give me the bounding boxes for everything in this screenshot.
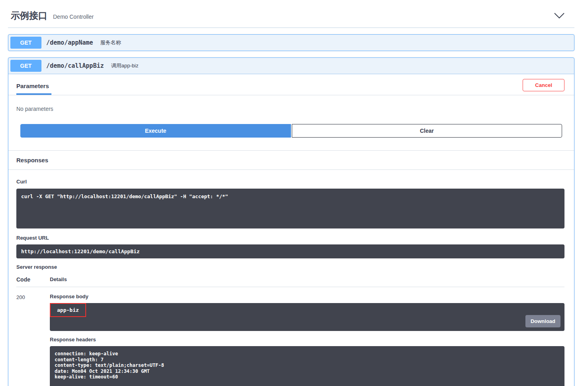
chevron-down-icon[interactable] bbox=[554, 13, 564, 19]
download-button[interactable]: Download bbox=[525, 315, 560, 327]
swagger-ui-page: 示例接口 Demo Controller GET /demo/appName 服… bbox=[0, 0, 588, 386]
tab-parameters[interactable]: Parameters bbox=[16, 83, 51, 95]
response-headers-label: Response headers bbox=[50, 337, 564, 343]
request-url-label: Request URL bbox=[16, 235, 564, 241]
clear-button[interactable]: Clear bbox=[292, 124, 562, 138]
execute-button[interactable]: Execute bbox=[20, 124, 291, 138]
response-status-code: 200 bbox=[16, 293, 50, 386]
responses-body: Curl curl -X GET "http://localhost:12201… bbox=[8, 170, 574, 386]
method-badge-get: GET bbox=[10, 60, 41, 72]
response-details: Response body app-biz Download Response … bbox=[50, 293, 564, 386]
request-url-value: http://localhost:12201/demo/callAppBiz bbox=[16, 244, 564, 258]
code-column-header: Code bbox=[16, 276, 50, 283]
tag-section-header[interactable]: 示例接口 Demo Controller bbox=[8, 7, 574, 28]
response-row: 200 Response body app-biz Download Respo… bbox=[16, 287, 564, 386]
response-headers-value: connection: keep-alive content-length: 7… bbox=[50, 346, 564, 386]
responses-section-header: Responses bbox=[8, 150, 574, 170]
endpoint-path[interactable]: /demo/callAppBiz bbox=[46, 62, 104, 69]
endpoint-summary-callappbiz[interactable]: GET /demo/callAppBiz 调用app-biz bbox=[8, 58, 574, 74]
endpoint-path[interactable]: /demo/appName bbox=[46, 39, 93, 46]
endpoint-body: Parameters Cancel No parameters Execute … bbox=[8, 74, 574, 386]
endpoint-get-callappbiz: GET /demo/callAppBiz 调用app-biz Parameter… bbox=[8, 57, 574, 386]
responses-title: Responses bbox=[16, 157, 48, 163]
response-body-value: app-biz bbox=[50, 303, 86, 317]
response-body-label: Response body bbox=[50, 293, 564, 299]
endpoint-summary-appname[interactable]: GET /demo/appName 服务名称 bbox=[8, 35, 574, 51]
response-body-block: app-biz Download bbox=[50, 303, 564, 331]
details-column-header: Details bbox=[50, 276, 67, 283]
no-parameters-text: No parameters bbox=[8, 95, 574, 124]
method-badge-get: GET bbox=[10, 37, 41, 49]
endpoint-get-appname: GET /demo/appName 服务名称 bbox=[8, 34, 574, 51]
curl-label: Curl bbox=[16, 179, 564, 185]
server-response-label: Server response bbox=[16, 264, 564, 270]
curl-command[interactable]: curl -X GET "http://localhost:12201/demo… bbox=[16, 189, 564, 228]
endpoint-description: 服务名称 bbox=[100, 39, 121, 46]
tag-subtitle: Demo Controller bbox=[53, 12, 94, 20]
cancel-button[interactable]: Cancel bbox=[523, 79, 564, 91]
tag-title: 示例接口 bbox=[11, 10, 47, 22]
parameters-header: Parameters Cancel bbox=[8, 74, 574, 95]
response-table-header: Code Details bbox=[16, 276, 564, 287]
endpoint-description: 调用app-biz bbox=[111, 62, 139, 69]
execute-row: Execute Clear bbox=[8, 124, 574, 150]
